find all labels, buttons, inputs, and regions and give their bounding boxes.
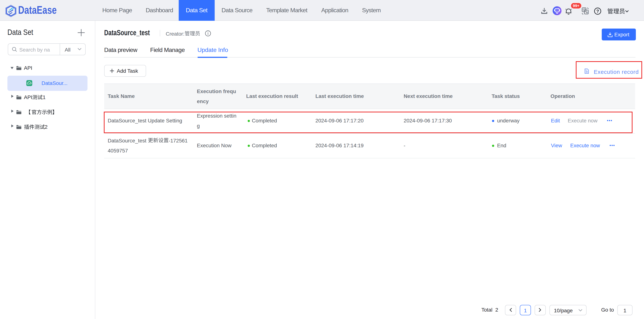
svg-text:?: ? [596, 9, 599, 14]
svg-text:.API: .API [28, 83, 30, 85]
